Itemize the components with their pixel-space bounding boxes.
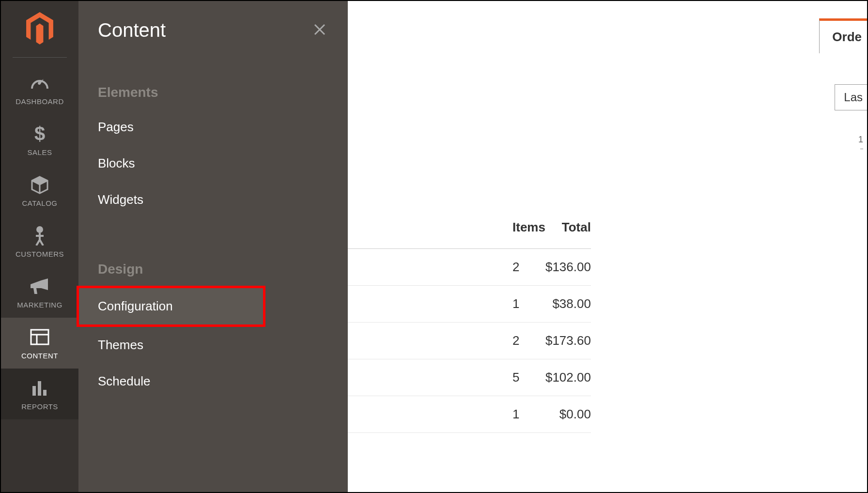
svg-text:$: $	[34, 123, 45, 144]
flyout-item-widgets[interactable]: Widgets	[78, 182, 348, 218]
nav-label: SALES	[28, 148, 52, 156]
section-title-elements: Elements	[78, 56, 348, 109]
sidebar-item-reports[interactable]: REPORTS	[1, 369, 78, 419]
logo[interactable]	[1, 1, 78, 57]
nav-label: CUSTOMERS	[16, 250, 64, 258]
orders-table: Items Total 2$136.00 1$38.00 2$173.60 5$…	[348, 220, 591, 433]
nav-label: MARKETING	[17, 301, 62, 309]
sidebar-item-marketing[interactable]: MARKETING	[1, 267, 78, 318]
table-row[interactable]: 1$38.00	[348, 286, 591, 323]
sidebar-item-content[interactable]: CONTENT	[1, 318, 78, 369]
flyout-item-schedule[interactable]: Schedule	[78, 363, 348, 400]
megaphone-icon	[29, 276, 50, 297]
table-row[interactable]: 2$173.60	[348, 323, 591, 359]
flyout-item-themes[interactable]: Themes	[78, 327, 348, 363]
svg-point-1	[36, 226, 43, 233]
date-filter-select[interactable]: Las	[835, 84, 868, 110]
content-flyout: Content Elements Pages Blocks Widgets De…	[78, 1, 348, 492]
bar-chart-icon	[29, 377, 50, 399]
nav-label: DASHBOARD	[16, 97, 64, 106]
table-row[interactable]: 2$136.00	[348, 249, 591, 286]
svg-rect-2	[31, 330, 48, 344]
table-row[interactable]: 1$0.00	[348, 396, 591, 433]
cell-total: $38.00	[545, 286, 591, 323]
gauge-icon	[29, 72, 50, 93]
layout-icon	[29, 326, 50, 348]
nav-label: CATALOG	[22, 199, 58, 207]
col-items: Items	[348, 220, 545, 249]
date-filter-wrap: Las	[835, 84, 868, 110]
cell-items: 2	[348, 323, 545, 359]
flyout-item-blocks[interactable]: Blocks	[78, 145, 348, 182]
cell-total: $0.00	[545, 396, 591, 433]
sidebar-item-catalog[interactable]: CATALOG	[1, 165, 78, 216]
sidebar-item-sales[interactable]: $ SALES	[1, 114, 78, 165]
section-title-design: Design	[78, 218, 348, 286]
nav-label: REPORTS	[21, 402, 58, 411]
svg-rect-7	[43, 390, 46, 396]
cell-items: 1	[348, 286, 545, 323]
close-button[interactable]	[311, 22, 328, 39]
nav-label: CONTENT	[21, 352, 58, 360]
dollar-icon: $	[29, 123, 50, 144]
magento-logo-icon	[25, 12, 55, 47]
chart-y-tick: 1	[858, 135, 863, 145]
person-icon	[29, 225, 50, 246]
flyout-item-configuration[interactable]: Configuration	[77, 286, 265, 327]
tab-orders[interactable]: Orde	[819, 18, 868, 53]
svg-rect-5	[32, 386, 36, 396]
content-area: Orde Las 1 Items Total 2$136.00 1$38.00 …	[348, 1, 867, 492]
flyout-header: Content	[78, 19, 348, 56]
cell-items: 5	[348, 359, 545, 396]
box-icon	[29, 174, 50, 195]
svg-rect-6	[38, 381, 41, 396]
flyout-title: Content	[98, 19, 166, 41]
cell-items: 2	[348, 249, 545, 286]
cell-total: $102.00	[545, 359, 591, 396]
col-total: Total	[545, 220, 591, 249]
sidebar-item-customers[interactable]: CUSTOMERS	[1, 216, 78, 267]
table-row[interactable]: 5$102.00	[348, 359, 591, 396]
chart-tick-line	[860, 149, 863, 149]
main-sidebar: DASHBOARD $ SALES CATALOG CUSTOMERS MARK…	[1, 1, 78, 492]
cell-total: $173.60	[545, 323, 591, 359]
cell-items: 1	[348, 396, 545, 433]
sidebar-item-dashboard[interactable]: DASHBOARD	[1, 63, 78, 114]
divider	[13, 57, 67, 58]
flyout-item-pages[interactable]: Pages	[78, 109, 348, 145]
close-icon	[313, 23, 326, 38]
tab-strip: Orde	[819, 18, 868, 53]
cell-total: $136.00	[545, 249, 591, 286]
